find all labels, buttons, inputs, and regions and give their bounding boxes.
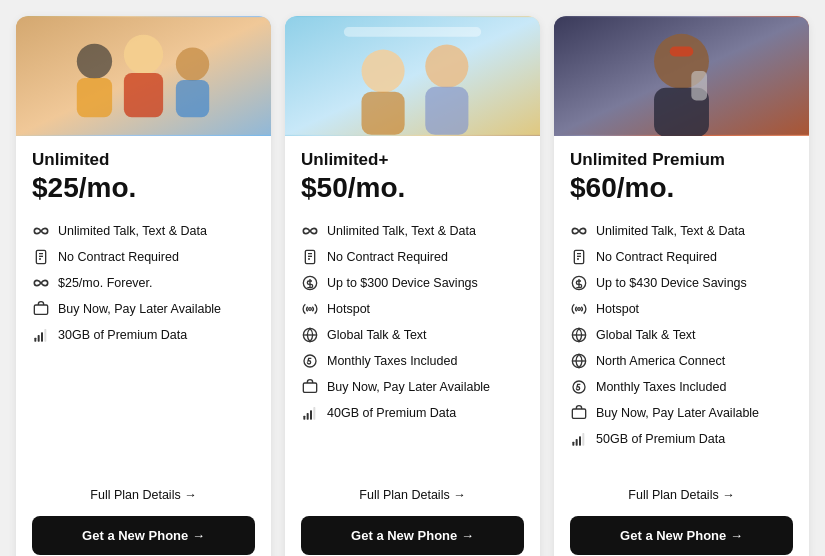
svg-rect-11: [34, 305, 47, 314]
plan-name: Unlimited Premium: [570, 150, 793, 170]
feature-item: Up to $300 Device Savings: [301, 270, 524, 296]
feature-text: 50GB of Premium Data: [596, 432, 725, 446]
buynow-icon: [570, 404, 588, 422]
svg-rect-50: [572, 442, 574, 446]
feature-text: No Contract Required: [58, 250, 179, 264]
feature-text: Monthly Taxes Included: [327, 354, 457, 368]
feature-item: Buy Now, Pay Later Available: [570, 400, 793, 426]
feature-item: 40GB of Premium Data: [301, 400, 524, 426]
plan-name: Unlimited: [32, 150, 255, 170]
svg-rect-4: [124, 73, 163, 117]
feature-text: North America Connect: [596, 354, 725, 368]
svg-rect-18: [362, 92, 405, 135]
svg-point-3: [124, 35, 163, 74]
svg-rect-30: [303, 383, 316, 392]
plan-price: $50/mo.: [301, 172, 524, 204]
feature-item: 50GB of Premium Data: [570, 426, 793, 452]
signal-icon: [301, 404, 319, 422]
get-new-phone-button[interactable]: Get a New Phone →: [570, 516, 793, 555]
globe-icon: [570, 326, 588, 344]
svg-rect-34: [313, 407, 315, 420]
feature-item: Buy Now, Pay Later Available: [32, 296, 255, 322]
group-friends-photo: [16, 16, 271, 136]
infinity-icon: [570, 222, 588, 240]
svg-point-19: [425, 45, 468, 88]
contract-icon: [32, 248, 50, 266]
feature-item: Monthly Taxes Included: [570, 374, 793, 400]
features-list: Unlimited Talk, Text & DataNo Contract R…: [301, 218, 524, 452]
plan-price: $25/mo.: [32, 172, 255, 204]
feature-item: Global Talk & Text: [301, 322, 524, 348]
plan-footer: Full Plan Details →Get a New Phone →Brin…: [554, 474, 809, 556]
feature-text: Unlimited Talk, Text & Data: [58, 224, 207, 238]
svg-rect-2: [77, 78, 112, 117]
svg-rect-51: [576, 439, 578, 446]
feature-item: North America Connect: [570, 348, 793, 374]
feature-text: Monthly Taxes Included: [596, 380, 726, 394]
features-list: Unlimited Talk, Text & DataNo Contract R…: [32, 218, 255, 452]
feature-item: Unlimited Talk, Text & Data: [570, 218, 793, 244]
feature-text: Hotspot: [596, 302, 639, 316]
svg-rect-49: [572, 409, 585, 418]
feature-text: Buy Now, Pay Later Available: [327, 380, 490, 394]
plan-card-unlimited: Unlimited$25/mo.Unlimited Talk, Text & D…: [16, 16, 271, 556]
plans-container: Unlimited$25/mo.Unlimited Talk, Text & D…: [16, 16, 809, 556]
feature-text: No Contract Required: [596, 250, 717, 264]
svg-rect-20: [425, 87, 468, 135]
contract-icon: [570, 248, 588, 266]
feature-item: Unlimited Talk, Text & Data: [32, 218, 255, 244]
man-phone-photo: [554, 16, 809, 136]
feature-text: Buy Now, Pay Later Available: [58, 302, 221, 316]
svg-rect-32: [307, 413, 309, 420]
svg-rect-53: [582, 433, 584, 446]
svg-point-17: [362, 50, 405, 93]
plan-content-unlimited-plus: Unlimited+$50/mo.Unlimited Talk, Text & …: [285, 136, 540, 474]
taxes-icon: [301, 352, 319, 370]
taxes-icon: [570, 378, 588, 396]
feature-text: Up to $300 Device Savings: [327, 276, 478, 290]
plan-price: $60/mo.: [570, 172, 793, 204]
contract-icon: [301, 248, 319, 266]
feature-item: No Contract Required: [32, 244, 255, 270]
infinity-icon: [32, 274, 50, 292]
full-plan-details-link[interactable]: Full Plan Details →: [570, 482, 793, 508]
svg-rect-21: [344, 27, 481, 37]
plan-footer: Full Plan Details →Get a New Phone →Brin…: [285, 474, 540, 556]
get-new-phone-button[interactable]: Get a New Phone →: [301, 516, 524, 555]
plan-name: Unlimited+: [301, 150, 524, 170]
full-plan-details-link[interactable]: Full Plan Details →: [32, 482, 255, 508]
feature-text: $25/mo. Forever.: [58, 276, 153, 290]
svg-rect-6: [176, 80, 209, 117]
buynow-icon: [32, 300, 50, 318]
feature-item: Up to $430 Device Savings: [570, 270, 793, 296]
dollar-icon: [301, 274, 319, 292]
svg-rect-13: [38, 335, 40, 342]
feature-item: Hotspot: [570, 296, 793, 322]
infinity-icon: [301, 222, 319, 240]
feature-text: Buy Now, Pay Later Available: [596, 406, 759, 420]
feature-item: Unlimited Talk, Text & Data: [301, 218, 524, 244]
feature-item: Monthly Taxes Included: [301, 348, 524, 374]
svg-rect-39: [691, 71, 707, 100]
feature-text: No Contract Required: [327, 250, 448, 264]
svg-point-1: [77, 44, 112, 79]
feature-item: $25/mo. Forever.: [32, 270, 255, 296]
feature-item: Buy Now, Pay Later Available: [301, 374, 524, 400]
full-plan-details-link[interactable]: Full Plan Details →: [301, 482, 524, 508]
buynow-icon: [301, 378, 319, 396]
feature-text: 30GB of Premium Data: [58, 328, 187, 342]
feature-text: Unlimited Talk, Text & Data: [596, 224, 745, 238]
feature-item: 30GB of Premium Data: [32, 322, 255, 348]
svg-rect-14: [41, 332, 43, 341]
hotspot-icon: [570, 300, 588, 318]
signal-icon: [32, 326, 50, 344]
svg-rect-31: [303, 416, 305, 420]
plan-footer: Full Plan Details →Get a New Phone →Brin…: [16, 474, 271, 556]
svg-rect-33: [310, 410, 312, 419]
feature-item: Hotspot: [301, 296, 524, 322]
get-new-phone-button[interactable]: Get a New Phone →: [32, 516, 255, 555]
plan-content-unlimited-premium: Unlimited Premium$60/mo.Unlimited Talk, …: [554, 136, 809, 474]
naconnect-icon: [570, 352, 588, 370]
plan-card-unlimited-premium: Unlimited Premium$60/mo.Unlimited Talk, …: [554, 16, 809, 556]
feature-item: No Contract Required: [570, 244, 793, 270]
